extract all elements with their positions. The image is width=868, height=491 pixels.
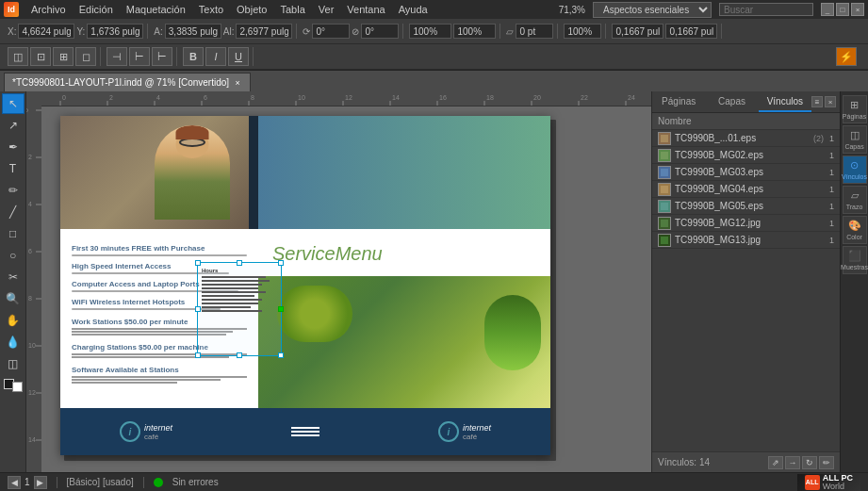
gradient-tool[interactable]: ◫ bbox=[2, 353, 25, 374]
selected-text-content: Hours bbox=[198, 263, 281, 318]
links-relink-btn[interactable]: ⇗ bbox=[768, 456, 783, 469]
scale-x-input[interactable] bbox=[409, 24, 451, 39]
menu-ver[interactable]: Ver bbox=[316, 3, 337, 16]
h2-input[interactable] bbox=[665, 24, 717, 39]
italic-btn[interactable]: I bbox=[205, 47, 226, 66]
svg-text:0: 0 bbox=[26, 108, 29, 112]
link-item-1[interactable]: TC9990B_MG02.eps 1 bbox=[652, 147, 840, 164]
stroke-input[interactable] bbox=[516, 24, 553, 39]
menu-ventana[interactable]: Ventana bbox=[344, 3, 387, 16]
ellipse-tool[interactable]: ○ bbox=[2, 245, 25, 266]
shear-input[interactable] bbox=[361, 24, 399, 39]
scissors-tool[interactable]: ✂ bbox=[2, 267, 25, 287]
tb-btn-1[interactable]: ◫ bbox=[8, 47, 28, 66]
line-tool[interactable]: ╱ bbox=[2, 202, 25, 222]
prev-page-btn[interactable]: ◀ bbox=[8, 476, 21, 489]
handle-mid-left[interactable] bbox=[195, 306, 201, 312]
link-page-2: 1 bbox=[829, 168, 834, 177]
pages-icon-btn[interactable]: ⊞ Páginas bbox=[843, 95, 867, 123]
y-input[interactable] bbox=[87, 24, 143, 39]
links-update-btn[interactable]: ↻ bbox=[802, 456, 817, 469]
handle-mid-right[interactable] bbox=[278, 306, 284, 312]
align-left[interactable]: ⊣ bbox=[106, 47, 127, 66]
zoom-tool[interactable]: 🔍 bbox=[2, 288, 25, 309]
menu-objeto[interactable]: Objeto bbox=[234, 3, 270, 16]
link-item-4[interactable]: TC9990B_MG05.eps 1 bbox=[652, 198, 840, 215]
pen-tool[interactable]: ✒ bbox=[2, 137, 25, 157]
next-page-btn[interactable]: ▶ bbox=[34, 476, 47, 489]
toolbar: X: Y: A: Al: ⟳ ⊘ ▱ bbox=[0, 19, 868, 71]
tab-close-button[interactable]: × bbox=[233, 78, 242, 88]
menu-edicion[interactable]: Edición bbox=[76, 3, 116, 16]
w2-input[interactable] bbox=[612, 24, 663, 39]
workspace-dropdown[interactable]: Aspectos esenciales bbox=[593, 2, 712, 18]
handle-top-left[interactable] bbox=[195, 260, 201, 266]
direct-select-tool[interactable]: ↗ bbox=[2, 115, 25, 136]
link-item-0[interactable]: TC9990B_...01.eps (2) 1 bbox=[652, 130, 840, 147]
align-group: ⊣ ⊢ ⊢ bbox=[103, 47, 177, 66]
lightning-btn[interactable]: ⚡ bbox=[836, 47, 857, 66]
menu-tabla[interactable]: Tabla bbox=[277, 3, 307, 16]
angle-input[interactable] bbox=[312, 24, 350, 39]
links-icon-btn[interactable]: ⊙ Vínculos bbox=[843, 155, 867, 184]
link-item-6[interactable]: TC9990B_MG13.jpg 1 bbox=[652, 232, 840, 249]
handle-bot-right[interactable] bbox=[278, 352, 284, 358]
x-input[interactable] bbox=[18, 24, 74, 39]
handle-bot-left[interactable] bbox=[195, 352, 201, 358]
svg-text:20: 20 bbox=[533, 94, 541, 101]
scale-y-input[interactable] bbox=[453, 24, 496, 39]
layers-icon-btn[interactable]: ◫ Capas bbox=[843, 125, 867, 154]
document-tab[interactable]: *TC9990801-LAYOUT-P1l.indd @ 71% [Conver… bbox=[4, 73, 251, 91]
link-item-2[interactable]: TC9990B_MG03.eps 1 bbox=[652, 164, 840, 181]
menu-texto[interactable]: Texto bbox=[196, 3, 226, 16]
handle-top-right[interactable] bbox=[278, 260, 284, 266]
menu-maquetacion[interactable]: Maquetación bbox=[123, 3, 188, 16]
menu-archivo[interactable]: Archivo bbox=[28, 3, 69, 16]
align-center[interactable]: ⊢ bbox=[129, 47, 150, 66]
selection-box[interactable]: Hours bbox=[197, 262, 282, 356]
panel-collapse-btn[interactable]: × bbox=[825, 96, 836, 107]
stroke-swatch[interactable] bbox=[12, 382, 23, 392]
x-label: X: bbox=[8, 26, 16, 37]
opacity-input[interactable] bbox=[564, 24, 601, 39]
tb-btn-3[interactable]: ⊞ bbox=[53, 47, 74, 66]
panel-menu-btn[interactable]: ≡ bbox=[811, 96, 823, 107]
select-tool[interactable]: ↖ bbox=[2, 93, 25, 114]
w-input[interactable] bbox=[165, 24, 221, 39]
tab-paginas[interactable]: Páginas bbox=[652, 91, 705, 112]
hand-tool[interactable]: ✋ bbox=[2, 310, 25, 331]
toolbar-row2: ◫ ⊡ ⊞ ◻ ⊣ ⊢ ⊢ B I U ⚡ bbox=[0, 44, 868, 70]
stroke-icon-btn[interactable]: ▱ Trazo bbox=[843, 186, 867, 214]
handle-bot-center[interactable] bbox=[237, 352, 242, 358]
stroke-label: Trazo bbox=[846, 204, 863, 210]
pencil-tool[interactable]: ✏ bbox=[2, 180, 25, 201]
color-icon-btn[interactable]: 🎨 Color bbox=[843, 216, 867, 244]
document-canvas[interactable]: Stay Connected First 30 minutes FREE wit… bbox=[41, 106, 651, 472]
links-goto-btn[interactable]: → bbox=[785, 456, 800, 469]
minimize-button[interactable]: _ bbox=[821, 3, 834, 16]
bold-btn[interactable]: B bbox=[183, 47, 204, 66]
maximize-button[interactable]: □ bbox=[836, 3, 849, 16]
rectangle-tool[interactable]: □ bbox=[2, 223, 25, 244]
handle-top-center[interactable] bbox=[237, 260, 242, 266]
tab-capas[interactable]: Capas bbox=[705, 91, 758, 112]
footer-brand-right: internet café bbox=[463, 423, 491, 441]
eyedropper-tool[interactable]: 💧 bbox=[2, 332, 25, 352]
type-tool[interactable]: T bbox=[2, 158, 25, 179]
swatches-icon-btn[interactable]: ⬛ Muestras bbox=[843, 246, 867, 274]
link-item-3[interactable]: TC9990B_MG04.eps 1 bbox=[652, 181, 840, 198]
underline-btn[interactable]: U bbox=[228, 47, 249, 66]
close-button[interactable]: × bbox=[851, 3, 864, 16]
tab-vinculos[interactable]: Vínculos bbox=[759, 91, 811, 112]
align-right[interactable]: ⊢ bbox=[152, 47, 172, 66]
search-input[interactable] bbox=[719, 3, 813, 16]
status-text: Sin errores bbox=[172, 477, 219, 487]
h-input[interactable] bbox=[236, 24, 292, 39]
menu-ayuda[interactable]: Ayuda bbox=[396, 3, 431, 16]
tb-btn-2[interactable]: ⊡ bbox=[30, 47, 51, 66]
status-right: ALL ALL PC World bbox=[797, 474, 860, 491]
link-item-5[interactable]: TC9990B_MG12.jpg 1 bbox=[652, 215, 840, 232]
shear-label: ⊘ bbox=[352, 26, 359, 37]
links-edit-btn[interactable]: ✏ bbox=[819, 456, 834, 469]
tb-btn-4[interactable]: ◻ bbox=[75, 47, 96, 66]
